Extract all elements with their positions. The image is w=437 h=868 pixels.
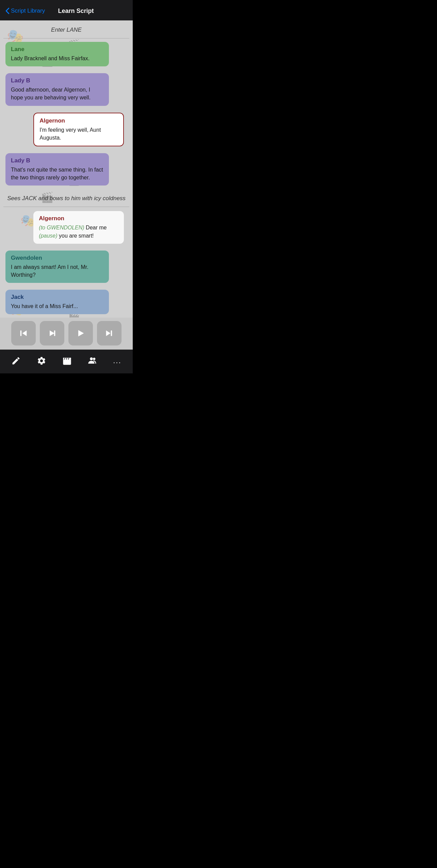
nav-bar: Script Library Learn Script	[0, 0, 133, 20]
character-name-algernon-2: Algernon	[39, 215, 118, 222]
bubble-gwendolen-1[interactable]: Gwendolen I am always smart! Am I not, M…	[5, 251, 109, 283]
svg-point-12	[90, 357, 93, 360]
more-dots-label: ...	[113, 356, 121, 365]
tab-edit[interactable]	[11, 356, 21, 366]
svg-rect-3	[54, 331, 55, 336]
bubble-row-ladyb-2: Lady B That's not quite the same thing. …	[0, 150, 133, 189]
replay-button[interactable]	[40, 321, 64, 345]
svg-marker-1	[22, 331, 27, 336]
svg-rect-6	[111, 331, 112, 336]
play-button[interactable]	[68, 321, 93, 345]
bubble-row-algernon-2: Algernon (to GWENDOLEN) Dear me (pause) …	[0, 207, 133, 247]
character-name-algernon-1: Algernon	[39, 117, 118, 124]
tab-people[interactable]	[88, 356, 97, 366]
character-name-lane: Lane	[11, 46, 103, 53]
playback-bar	[0, 318, 133, 350]
tab-bar: ...	[0, 350, 133, 373]
character-name-jack: Jack	[11, 294, 103, 301]
stage-direction-1: Enter LANE	[0, 20, 133, 38]
speech-algernon-1: I'm feeling very well, Aunt Augusta.	[39, 126, 118, 142]
bubble-row-lane-1: Lane Lady Bracknell and Miss Fairfax.	[0, 38, 133, 70]
svg-marker-5	[106, 331, 111, 336]
next-button[interactable]	[97, 321, 122, 345]
svg-marker-2	[50, 331, 54, 336]
character-name-ladyb-1: Lady B	[11, 77, 103, 84]
stage-inline-pause: (pause)	[39, 233, 57, 239]
tab-clapperboard[interactable]	[62, 356, 72, 366]
bubble-algernon-highlight[interactable]: Algernon I'm feeling very well, Aunt Aug…	[33, 113, 124, 146]
stage-inline-to-gwendolen: (to GWENDOLEN)	[39, 225, 84, 230]
bubble-lane-1[interactable]: Lane Lady Bracknell and Miss Fairfax.	[5, 42, 109, 66]
svg-rect-7	[63, 359, 71, 365]
speech-ladyb-2: That's not quite the same thing. In fact…	[11, 166, 103, 181]
svg-marker-4	[78, 330, 84, 337]
speech-ladyb-1: Good afternoon, dear Algernon, I hope yo…	[11, 86, 103, 101]
bubble-row-algernon-1: Algernon I'm feeling very well, Aunt Aug…	[0, 109, 133, 150]
bubble-algernon-2[interactable]: Algernon (to GWENDOLEN) Dear me (pause) …	[33, 211, 124, 243]
svg-point-13	[93, 358, 95, 360]
page-title: Learn Script	[25, 7, 127, 15]
bubble-row-jack-1: Jack You have it of a Miss Fairf...	[0, 286, 133, 314]
script-scroll-area: Enter LANE Lane Lady Bracknell and Miss …	[0, 20, 133, 318]
previous-button[interactable]	[11, 321, 36, 345]
tab-more[interactable]: ...	[113, 356, 121, 365]
speech-algernon-2: (to GWENDOLEN) Dear me (pause) you are s…	[39, 224, 118, 239]
speech-lane-1: Lady Bracknell and Miss Fairfax.	[11, 54, 103, 62]
bubble-row-ladyb-1: Lady B Good afternoon, dear Algernon, I …	[0, 70, 133, 109]
tab-settings[interactable]	[37, 356, 46, 366]
speech-jack-1: You have it of a Miss Fairf...	[11, 302, 103, 310]
bubble-ladyb-1[interactable]: Lady B Good afternoon, dear Algernon, I …	[5, 73, 109, 106]
bubble-row-ladyb-2-wrapper: Lady B That's not quite the same thing. …	[0, 150, 133, 189]
speech-gwendolen-1: I am always smart! Am I not, Mr. Worthin…	[11, 263, 103, 279]
bubble-ladyb-2[interactable]: Lady B That's not quite the same thing. …	[5, 153, 109, 186]
bubble-row-gwendolen-1: Gwendolen I am always smart! Am I not, M…	[0, 247, 133, 286]
character-name-gwendolen: Gwendolen	[11, 255, 103, 261]
bubble-jack-1[interactable]: Jack You have it of a Miss Fairf...	[5, 290, 109, 314]
svg-rect-0	[20, 331, 22, 336]
stage-direction-2: Sees JACK and bows to him with icy coldn…	[0, 189, 133, 207]
character-name-ladyb-2: Lady B	[11, 157, 103, 164]
